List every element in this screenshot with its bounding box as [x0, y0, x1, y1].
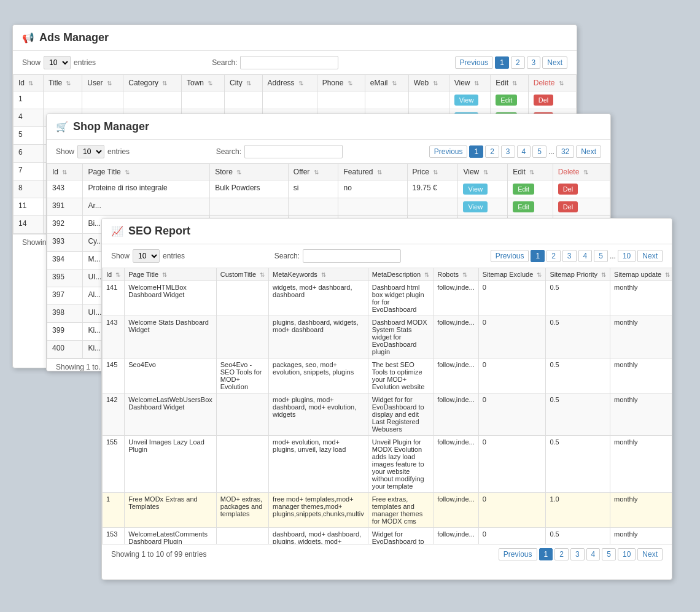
seo-table-row: 145 Seo4Evo Seo4Evo - SEO Tools for MOD+…: [103, 358, 672, 393]
ads-page-1[interactable]: 1: [495, 56, 509, 69]
seo-col-sitemap-priority[interactable]: Sitemap Priority ⇅: [546, 268, 610, 281]
seo-col-sitemap-exclude[interactable]: Sitemap Exclude ⇅: [478, 268, 546, 281]
seo-search-input[interactable]: [303, 249, 401, 263]
seo-page-3[interactable]: 3: [562, 250, 577, 262]
ads-edit-btn[interactable]: Edit: [496, 95, 517, 106]
ads-next-button[interactable]: Next: [542, 56, 567, 69]
ads-search-input[interactable]: [240, 56, 338, 69]
seo-footer-p4[interactable]: 4: [586, 548, 601, 560]
shop-page-4[interactable]: 4: [517, 145, 531, 158]
shop-table-row: 343 Proteine di riso integrale Bulk Powd…: [47, 180, 610, 198]
shop-next-button[interactable]: Next: [576, 145, 601, 158]
ads-col-email[interactable]: eMail ⇅: [365, 75, 408, 91]
ads-page-3[interactable]: 3: [527, 56, 541, 69]
seo-show-entries: Show 10 25 50 entries: [111, 249, 185, 263]
seo-col-custom-title[interactable]: CustomTitle ⇅: [216, 268, 268, 281]
ads-col-delete[interactable]: Delete ⇅: [528, 75, 576, 91]
seo-entries-select[interactable]: 10 25 50: [133, 249, 160, 263]
seo-footer-next[interactable]: Next: [637, 548, 663, 560]
ads-prev-button[interactable]: Previous: [455, 56, 494, 69]
ads-col-town[interactable]: Town ⇅: [181, 75, 224, 91]
shop-search-input[interactable]: [244, 145, 343, 158]
shop-delete-btn[interactable]: Del: [558, 184, 578, 195]
seo-footer-pagination: Previous 1 2 3 4 5 10 Next: [499, 548, 663, 560]
ads-col-title[interactable]: Title ⇅: [43, 75, 82, 91]
shop-view-btn[interactable]: View: [463, 201, 488, 212]
ads-view-btn[interactable]: View: [454, 95, 479, 106]
ads-search-box: Search:: [212, 56, 338, 69]
ads-col-user[interactable]: User ⇅: [82, 75, 123, 91]
seo-col-meta-keywords[interactable]: MetaKeywords ⇅: [269, 268, 368, 281]
seo-table-row: 142 WelcomeLastWebUsersBox Dashboard Wid…: [103, 393, 672, 436]
shop-delete-btn[interactable]: Del: [558, 201, 578, 212]
shop-page-5[interactable]: 5: [532, 145, 546, 158]
seo-footer-prev[interactable]: Previous: [499, 548, 537, 560]
ads-col-view[interactable]: View ⇅: [449, 75, 491, 91]
seo-col-page-title[interactable]: Page Title ⇅: [125, 268, 217, 281]
ads-col-web[interactable]: Web ⇅: [408, 75, 449, 91]
shop-edit-btn[interactable]: Edit: [513, 201, 534, 212]
shop-col-delete[interactable]: Delete ⇅: [553, 164, 610, 180]
shop-page-32[interactable]: 32: [556, 145, 574, 158]
seo-table-header-row: Id ⇅ Page Title ⇅ CustomTitle ⇅ MetaKeyw…: [103, 268, 672, 281]
shop-col-price[interactable]: Price ⇅: [407, 164, 458, 180]
shop-col-offer[interactable]: Offer ⇅: [288, 164, 338, 180]
seo-report-panel: 📈 SEO Report Show 10 25 50 entries Searc…: [101, 218, 672, 580]
seo-page-5[interactable]: 5: [594, 250, 608, 262]
ads-icon: 📢: [22, 32, 34, 44]
seo-table: Id ⇅ Page Title ⇅ CustomTitle ⇅ MetaKeyw…: [102, 268, 672, 544]
shop-show-entries: Show 10 25 50 entries: [56, 145, 130, 158]
ads-delete-btn[interactable]: Del: [534, 95, 554, 106]
shop-col-id[interactable]: Id ⇅: [47, 164, 83, 180]
seo-footer-p2[interactable]: 2: [554, 548, 569, 560]
ads-manager-header: 📢 Ads Manager: [13, 25, 577, 51]
seo-page-1[interactable]: 1: [531, 250, 545, 262]
seo-prev-button[interactable]: Previous: [491, 250, 529, 262]
shop-search-box: Search:: [216, 145, 343, 158]
shop-page-2[interactable]: 2: [485, 145, 499, 158]
seo-table-row: 141 WelcomeHTMLBox Dashboard Widget widg…: [103, 281, 672, 316]
seo-icon: 📈: [111, 225, 123, 237]
shop-col-store[interactable]: Store ⇅: [210, 164, 289, 180]
shop-view-btn[interactable]: View: [463, 184, 488, 195]
seo-footer-p1[interactable]: 1: [539, 548, 553, 560]
shop-page-3[interactable]: 3: [501, 145, 515, 158]
seo-footer-p5[interactable]: 5: [602, 548, 616, 560]
ads-col-address[interactable]: Address ⇅: [262, 75, 317, 91]
ads-col-phone[interactable]: Phone ⇅: [317, 75, 365, 91]
ads-manager-title: 📢 Ads Manager: [22, 31, 567, 44]
shop-col-page-title[interactable]: Page Title ⇅: [83, 164, 210, 180]
shop-pagination: Previous 1 2 3 4 5 ... 32 Next: [429, 145, 601, 158]
seo-table-row: 155 Unveil Images Lazy Load Plugin mod+ …: [103, 436, 672, 493]
seo-table-row: 143 Welcome Stats Dashboard Widget plugi…: [103, 316, 672, 358]
ads-show-entries: Show 10 25 50 entries: [22, 56, 96, 69]
seo-table-row: 153 WelcomeLatestComments Dashboard Plug…: [103, 528, 672, 544]
seo-pagination: Previous 1 2 3 4 5 ... 10 Next: [491, 250, 663, 262]
seo-col-robots[interactable]: Robots ⇅: [434, 268, 479, 281]
ads-col-edit[interactable]: Edit ⇅: [491, 75, 529, 91]
ads-col-city[interactable]: City ⇅: [225, 75, 262, 91]
seo-col-id[interactable]: Id ⇅: [103, 268, 125, 281]
shop-col-edit[interactable]: Edit ⇅: [508, 164, 553, 180]
seo-page-2[interactable]: 2: [546, 250, 561, 262]
seo-next-button[interactable]: Next: [637, 250, 663, 262]
seo-footer-p3[interactable]: 3: [570, 548, 585, 560]
seo-page-10[interactable]: 10: [618, 250, 636, 262]
seo-col-sitemap-update[interactable]: Sitemap update ⇅: [610, 268, 672, 281]
shop-col-view[interactable]: View ⇅: [458, 164, 508, 180]
shop-page-1[interactable]: 1: [469, 145, 483, 158]
shop-col-featured[interactable]: Featured ⇅: [338, 164, 407, 180]
shop-entries-select[interactable]: 10 25 50: [77, 145, 104, 158]
shop-prev-button[interactable]: Previous: [429, 145, 468, 158]
ads-col-id[interactable]: Id ⇅: [14, 75, 44, 91]
seo-page-4[interactable]: 4: [578, 250, 593, 262]
shop-edit-btn[interactable]: Edit: [513, 184, 534, 195]
ads-entries-select[interactable]: 10 25 50: [44, 56, 71, 69]
seo-footer-p10[interactable]: 10: [618, 548, 636, 560]
seo-search-box: Search:: [274, 249, 401, 263]
seo-table-controls: Show 10 25 50 entries Search: Previous 1…: [102, 244, 672, 268]
seo-col-meta-description[interactable]: MetaDescription ⇅: [368, 268, 434, 281]
ads-col-category[interactable]: Category ⇅: [123, 75, 182, 91]
ads-page-2[interactable]: 2: [511, 56, 525, 69]
shop-manager-header: 🛒 Shop Manager: [47, 114, 610, 140]
